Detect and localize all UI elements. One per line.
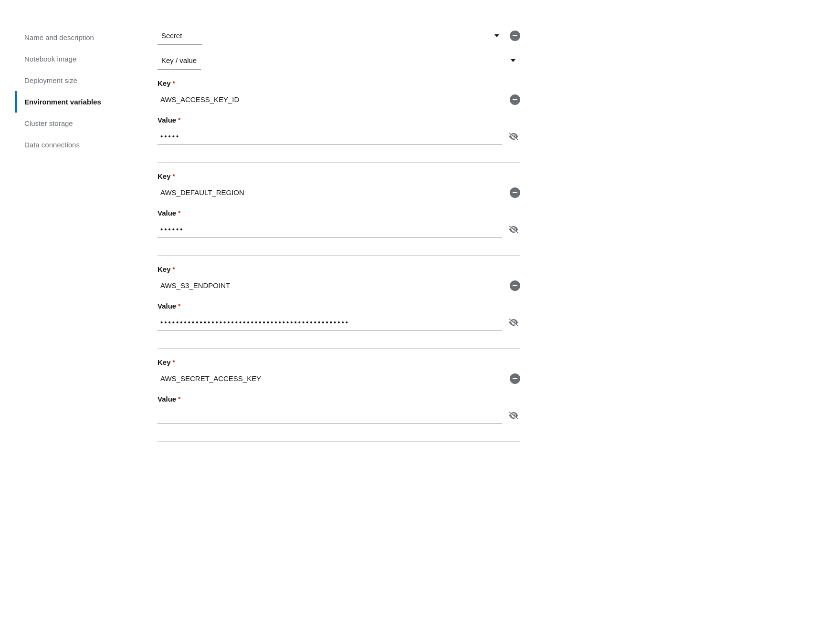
value-input-1[interactable] xyxy=(158,221,502,238)
type-dropdown-row: SecretConfig Map xyxy=(158,27,520,45)
sidebar-item-notebook-image[interactable]: Notebook image xyxy=(15,48,129,70)
sidebar-item-environment-variables[interactable]: Environment variables xyxy=(15,91,129,113)
value-required-0: * xyxy=(178,116,180,124)
key-label-text-0: Key xyxy=(158,79,171,87)
main-content: SecretConfig Map Key / valueUpload Key*V… xyxy=(138,13,549,628)
kv-entries-container: Key*Value* Key*Value* Key*Value* Key*Val… xyxy=(158,79,520,451)
key-label-text-1: Key xyxy=(158,172,171,180)
value-label-text-3: Value xyxy=(158,395,176,403)
value-group-1: Value* xyxy=(158,209,520,238)
remove-kv-button-3[interactable] xyxy=(510,373,520,384)
remove-type-button[interactable] xyxy=(510,31,520,41)
key-label-2: Key* xyxy=(158,265,520,273)
toggle-visibility-button-1[interactable] xyxy=(507,225,520,234)
value-input-3[interactable] xyxy=(158,407,502,424)
kv-dropdown-row: Key / valueUpload xyxy=(158,52,520,70)
key-group-3: Key* xyxy=(158,358,520,387)
value-group-2: Value* xyxy=(158,302,520,331)
value-label-0: Value* xyxy=(158,116,520,124)
value-input-row-0 xyxy=(158,128,520,145)
key-label-0: Key* xyxy=(158,79,520,87)
key-group-0: Key* xyxy=(158,79,520,108)
key-required-3: * xyxy=(173,359,175,366)
key-label-text-3: Key xyxy=(158,358,171,366)
sidebar-item-data-connections[interactable]: Data connections xyxy=(15,134,129,155)
remove-kv-button-2[interactable] xyxy=(510,280,520,291)
kv-block-2: Key*Value* xyxy=(158,265,520,349)
sidebar-item-cluster-storage[interactable]: Cluster storage xyxy=(15,113,129,134)
key-input-3[interactable] xyxy=(158,370,505,387)
key-input-row-1 xyxy=(158,184,520,201)
sidebar: Name and descriptionNotebook imageDeploy… xyxy=(0,13,138,628)
key-input-2[interactable] xyxy=(158,277,505,294)
key-input-row-3 xyxy=(158,370,520,387)
value-label-1: Value* xyxy=(158,209,520,217)
kv-dropdown[interactable]: Key / valueUpload xyxy=(158,52,201,70)
value-group-0: Value* xyxy=(158,116,520,145)
key-input-row-0 xyxy=(158,91,520,108)
value-label-text-1: Value xyxy=(158,209,176,217)
value-input-2[interactable] xyxy=(158,314,502,331)
toggle-visibility-button-3[interactable] xyxy=(507,411,520,420)
type-dropdown[interactable]: SecretConfig Map xyxy=(158,27,202,45)
kv-block-3: Key*Value* xyxy=(158,358,520,442)
environment-variables-section: SecretConfig Map Key / valueUpload Key*V… xyxy=(158,27,520,451)
key-group-2: Key* xyxy=(158,265,520,294)
value-required-1: * xyxy=(178,209,180,217)
key-input-0[interactable] xyxy=(158,91,505,108)
value-label-text-2: Value xyxy=(158,302,176,310)
toggle-visibility-button-2[interactable] xyxy=(507,318,520,327)
sidebar-item-name-description[interactable]: Name and description xyxy=(15,27,129,48)
key-group-1: Key* xyxy=(158,172,520,201)
value-label-2: Value* xyxy=(158,302,520,310)
value-input-row-3 xyxy=(158,407,520,424)
value-input-0[interactable] xyxy=(158,128,502,145)
key-input-row-2 xyxy=(158,277,520,294)
type-dropdown-wrapper: SecretConfig Map xyxy=(158,27,504,45)
value-label-text-0: Value xyxy=(158,116,176,124)
key-required-0: * xyxy=(173,80,175,87)
key-input-1[interactable] xyxy=(158,184,505,201)
value-required-2: * xyxy=(178,302,180,310)
value-input-row-1 xyxy=(158,221,520,238)
value-required-3: * xyxy=(178,395,180,403)
value-input-row-2 xyxy=(158,314,520,331)
kv-dropdown-wrapper: Key / valueUpload xyxy=(158,52,520,70)
remove-kv-button-0[interactable] xyxy=(510,94,520,105)
toggle-visibility-button-0[interactable] xyxy=(507,132,520,141)
value-group-3: Value* xyxy=(158,395,520,424)
key-label-text-2: Key xyxy=(158,265,171,273)
key-required-2: * xyxy=(173,266,175,273)
kv-block-0: Key*Value* xyxy=(158,79,520,163)
key-required-1: * xyxy=(173,173,175,180)
value-label-3: Value* xyxy=(158,395,520,403)
sidebar-item-deployment-size[interactable]: Deployment size xyxy=(15,70,129,91)
key-label-3: Key* xyxy=(158,358,520,366)
key-label-1: Key* xyxy=(158,172,520,180)
remove-kv-button-1[interactable] xyxy=(510,187,520,198)
kv-block-1: Key*Value* xyxy=(158,172,520,256)
sidebar-nav: Name and descriptionNotebook imageDeploy… xyxy=(15,27,129,155)
